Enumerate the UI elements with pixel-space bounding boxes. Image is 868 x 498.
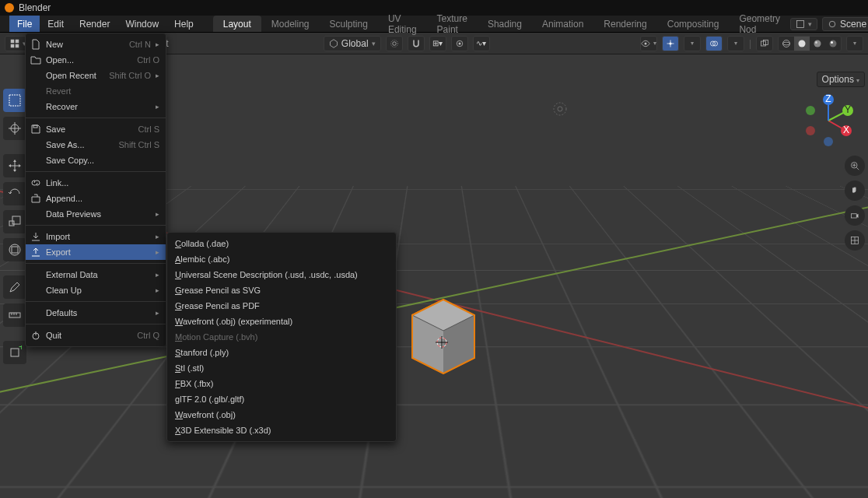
sphere-solid-icon (797, 39, 807, 48)
export-icon (30, 247, 41, 258)
tab-layout[interactable]: Layout (213, 16, 261, 32)
file-icon (30, 39, 41, 50)
file-menu-append-[interactable]: Append... (26, 191, 166, 206)
blank-icon (30, 269, 41, 280)
file-menu-new[interactable]: NewCtrl N▸ (26, 37, 166, 52)
rotate-tool[interactable] (3, 182, 26, 205)
export-grease-pencil-as-svg[interactable]: Grease Pencil as SVG (167, 282, 396, 298)
menu-item-label: Save Copy... (46, 156, 159, 165)
export-item-label: Grease Pencil as SVG (175, 286, 261, 295)
scale-tool[interactable] (3, 210, 26, 233)
tab-shading[interactable]: Shading (478, 16, 532, 32)
export-gltf-2-0-glb-gltf-[interactable]: glTF 2.0 (.glb/.gltf) (167, 391, 396, 407)
proportional-edit[interactable] (451, 36, 468, 51)
scene-browse-button[interactable]: ▾ (790, 18, 817, 30)
select-box-tool[interactable] (3, 89, 26, 112)
menu-shortcut: Ctrl S (138, 124, 160, 134)
viewport-options-button[interactable]: Options ▾ (817, 72, 865, 87)
export-fbx-fbx-[interactable]: FBX (.fbx) (167, 376, 396, 391)
export-stanford-ply-[interactable]: Stanford (.ply) (167, 345, 396, 360)
overlay-toggle[interactable] (705, 36, 723, 51)
export-wavefront-obj-experimental-[interactable]: Wavefront (.obj) (experimental) (167, 314, 396, 329)
file-menu-open-recent[interactable]: Open RecentShift Ctrl O▸ (26, 68, 166, 83)
tab-geometry-nodes[interactable]: Geometry Nod (729, 16, 790, 32)
shading-solid[interactable] (794, 37, 810, 51)
orientation-icon (329, 39, 338, 48)
perspective-toggle[interactable] (845, 230, 865, 251)
export-alembic-abc-[interactable]: Alembic (.abc) (167, 251, 396, 267)
tab-uv-editing[interactable]: UV Editing (378, 16, 427, 32)
orientation-selector[interactable]: Global ▾ (324, 36, 381, 51)
xray-toggle[interactable] (756, 36, 773, 51)
shading-mode-group (778, 36, 842, 51)
export-wavefront-obj-[interactable]: Wavefront (.obj) (167, 407, 396, 423)
shading-dropdown[interactable]: ▾ (846, 36, 863, 51)
file-menu-clean-up[interactable]: Clean Up▸ (26, 282, 166, 298)
svg-point-46 (824, 137, 833, 146)
tab-sculpting[interactable]: Sculpting (320, 16, 378, 32)
file-menu-import[interactable]: Import▸ (26, 229, 166, 244)
tab-modeling[interactable]: Modeling (261, 16, 320, 32)
scene-data-icon (828, 19, 837, 29)
gizmo-toggle[interactable] (662, 36, 679, 51)
file-menu-revert[interactable]: Revert (26, 83, 166, 99)
export-stl-stl-[interactable]: Stl (.stl) (167, 360, 396, 376)
file-menu-link-[interactable]: Link... (26, 175, 166, 191)
file-menu-external-data[interactable]: External Data▸ (26, 267, 166, 282)
tab-texture-paint[interactable]: Texture Paint (427, 16, 478, 32)
navigation-gizmo[interactable]: X Y Z (801, 93, 856, 148)
file-menu-save[interactable]: SaveCtrl S (26, 121, 166, 137)
annotate-tool[interactable] (3, 275, 26, 299)
svg-rect-61 (9, 221, 14, 226)
export-collada-dae-[interactable]: Collada (.dae) (167, 236, 396, 251)
export-universal-scene-description-usd-usdc-usda-[interactable]: Universal Scene Description (.usd, .usdc… (167, 267, 396, 282)
menu-render[interactable]: Render (72, 16, 117, 32)
scene-name-field[interactable]: Scene (822, 17, 868, 31)
file-menu-save-copy-[interactable]: Save Copy... (26, 153, 166, 168)
svg-point-22 (830, 40, 837, 47)
export-item-label: Collada (.dae) (175, 239, 229, 248)
menu-item-label: Link... (46, 178, 159, 188)
menu-window[interactable]: Window (117, 16, 166, 32)
menu-help[interactable]: Help (166, 16, 201, 32)
menu-edit[interactable]: Edit (40, 16, 72, 32)
tab-rendering[interactable]: Rendering (593, 16, 656, 32)
gizmo-dropdown[interactable]: ▾ (684, 36, 701, 51)
blank-icon (30, 70, 41, 81)
shading-wireframe[interactable] (779, 37, 794, 51)
tab-animation[interactable]: Animation (532, 16, 593, 32)
menu-shortcut: Shift Ctrl S (118, 140, 159, 149)
snap-toggle[interactable] (408, 36, 425, 51)
svg-rect-63 (12, 247, 18, 253)
file-menu-save-as-[interactable]: Save As...Shift Ctrl S (26, 137, 166, 153)
menu-item-label: Export (46, 247, 151, 257)
file-menu-quit[interactable]: QuitCtrl Q (26, 328, 166, 343)
file-menu-export[interactable]: Export▸ (26, 244, 166, 260)
menu-file[interactable]: File (9, 16, 40, 32)
file-menu-defaults[interactable]: Defaults▸ (26, 305, 166, 321)
import-icon (30, 231, 41, 242)
camera-view-button[interactable] (845, 205, 865, 226)
export-grease-pencil-as-pdf[interactable]: Grease Pencil as PDF (167, 298, 396, 314)
measure-tool[interactable] (3, 303, 26, 327)
visibility-toggle[interactable]: ▾ (640, 36, 657, 51)
cursor-tool[interactable] (3, 117, 26, 140)
move-tool[interactable] (3, 154, 26, 177)
overlay-dropdown[interactable]: ▾ (727, 36, 744, 51)
zoom-button[interactable] (845, 156, 865, 176)
add-cube-tool[interactable]: + (3, 341, 26, 364)
menu-item-label: Quit (46, 331, 132, 340)
transform-tool[interactable] (3, 238, 26, 261)
falloff-type[interactable]: ∿▾ (473, 36, 490, 51)
shading-rendered[interactable] (825, 37, 841, 51)
export-x3d-extensible-3d-x3d-[interactable]: X3D Extensible 3D (.x3d) (167, 423, 396, 438)
tab-compositing[interactable]: Compositing (657, 16, 730, 32)
file-menu-open-[interactable]: Open...Ctrl O (26, 52, 166, 68)
pivot-button[interactable] (386, 36, 403, 51)
snap-type[interactable]: ⊞▾ (429, 36, 446, 51)
viewport-nav-buttons (845, 156, 865, 251)
pan-button[interactable] (845, 181, 865, 201)
file-menu-data-previews[interactable]: Data Previews▸ (26, 206, 166, 222)
file-menu-recover[interactable]: Recover▸ (26, 99, 166, 114)
shading-material[interactable] (810, 37, 825, 51)
